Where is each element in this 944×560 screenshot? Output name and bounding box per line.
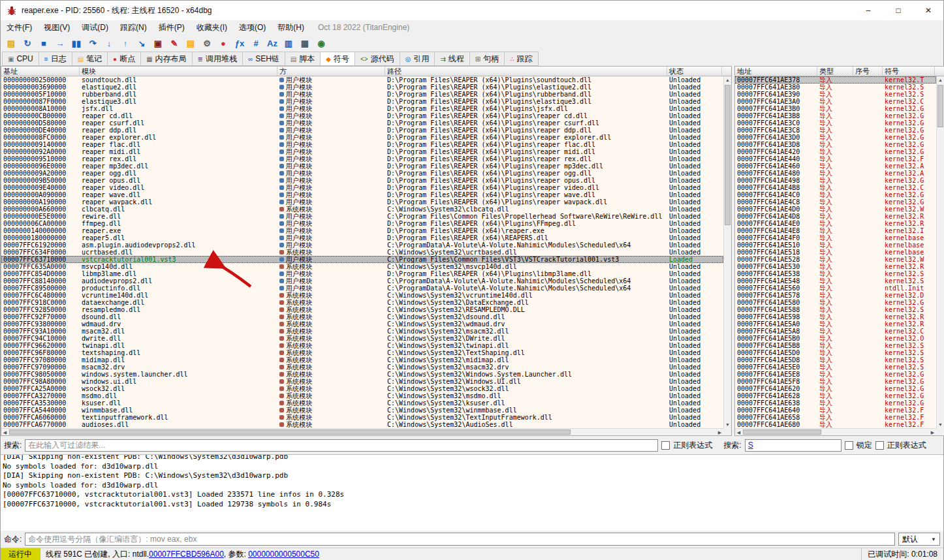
symbol-row[interactable]: 00007FFC641AE4F0导入kernelbase — [735, 234, 936, 241]
module-filter-input[interactable] — [25, 439, 658, 452]
module-row[interactable]: 00007FFCA5440000winmmbase.dll系统模块C:\Wind… — [1, 407, 723, 414]
module-row[interactable]: 00007FFC634F0000ucrtbased.dll系统模块C:\Wind… — [1, 249, 723, 256]
symbol-row[interactable]: 00007FFC641AE4E8导入kernel32.I — [735, 227, 936, 234]
module-row[interactable]: 0000000009E40000reaper_video.dll用户模块D:\P… — [1, 184, 723, 191]
symbol-row[interactable]: 00007FFC641AE3B8导入kernel32.G — [735, 112, 936, 119]
symbol-row[interactable]: 00007FFC641AE560导入ntdll.Init — [735, 285, 936, 292]
module-row[interactable]: 00007FFC89500000productinfo.dll用户模块C:\Pr… — [1, 285, 723, 292]
symbol-row[interactable]: 00007FFC641AE620导入kernel32.G — [735, 385, 936, 392]
module-row[interactable]: 00000000096E0000reaper_mp3dec.dll用户模块D:\… — [1, 163, 723, 170]
animate-icon[interactable]: ▣ — [150, 36, 166, 50]
module-row[interactable]: 000000000A190000reaper_wavpack.dll用户模块D:… — [1, 198, 723, 206]
open-file-icon[interactable]: ▤ — [3, 36, 19, 50]
symbol-row[interactable]: 00007FFC641AE3C0导入kernel32.G — [735, 119, 936, 127]
maximize-button[interactable]: □ — [883, 1, 913, 20]
symbols-column-header[interactable]: 类型 — [817, 67, 853, 76]
symbol-row[interactable]: 00007FFC641AE5B8导入kernel32.S — [735, 342, 936, 349]
symbol-row[interactable]: 00007FFC641AE4C8导入kernel32.G — [735, 198, 936, 206]
modules-vscroll-thumb[interactable] — [725, 85, 731, 225]
symbol-row[interactable]: 00007FFC641AE658导入kernel32.F — [735, 414, 936, 421]
module-row[interactable]: 00007FFC97080000midimap.dll系统模块C:\Window… — [1, 356, 723, 364]
module-row[interactable]: 00007FFC63710000vstcracktutorial001.vst3… — [1, 256, 723, 263]
module-row[interactable]: 00007FFC93A10000msacm32.dll系统模块C:\Window… — [1, 328, 723, 335]
module-row[interactable]: 00007FFC854D0000libmp3lame.dll用户模块D:\Pro… — [1, 270, 723, 277]
tab-handles[interactable]: ⊞句柄 — [469, 52, 505, 66]
symbol-row[interactable]: 00007FFC641AE528导入kernel32.W — [735, 256, 936, 263]
module-row[interactable]: 0000000003690000elastique2.dll用户模块D:\Pro… — [1, 84, 723, 91]
module-row[interactable]: 00007FFCA25A0000wsock32.dll系统模块C:\Window… — [1, 385, 723, 392]
module-row[interactable]: 00007FFC88140000audiodevprops2.dll用户模块C:… — [1, 277, 723, 285]
module-row[interactable]: 0000000009510000reaper_rex.dll用户模块D:\Pro… — [1, 155, 723, 163]
menu-item[interactable]: 插件(P) — [153, 20, 191, 35]
command-input[interactable] — [25, 533, 895, 546]
module-row[interactable]: 00000000087F0000elastique3.dll用户模块D:\Pro… — [1, 98, 723, 105]
module-row[interactable]: 0000000002500000soundtouch.dll用户模块D:\Pro… — [1, 76, 723, 84]
status-entry-address[interactable]: 00007FFCBD596A00 — [149, 550, 224, 559]
module-row[interactable]: 000000000D580000reaper_csurf.dll用户模块D:\P… — [1, 119, 723, 127]
tab-call-stack[interactable]: ≣调用堆栈 — [192, 52, 243, 66]
patch-icon[interactable]: ✎ — [166, 36, 182, 50]
scroll-right-icon[interactable]: ▶ — [929, 429, 936, 436]
menu-item[interactable]: 视图(V) — [38, 20, 76, 35]
module-row[interactable]: 0000000009B50000reaper_opus.dll用户模块D:\Pr… — [1, 177, 723, 184]
symbol-row[interactable]: 00007FFC641AE538导入kernel32.S — [735, 270, 936, 277]
tab-references[interactable]: ◎引用 — [400, 52, 435, 66]
menu-item[interactable]: 帮助(H) — [272, 20, 310, 35]
step-over-icon[interactable]: ↷ — [85, 36, 101, 50]
symbol-row[interactable]: 00007FFC641AE588导入kernel32.S — [735, 306, 936, 313]
symbols-column-header[interactable]: 符号 — [883, 67, 935, 76]
module-row[interactable]: 0000000009A20000reaper_ogg.dll用户模块D:\Pro… — [1, 170, 723, 177]
module-row[interactable]: 00007FFCA3530000ksuser.dll系统模块C:\Windows… — [1, 399, 723, 407]
module-row[interactable]: 000000000A090000reaper_wave.dll用户模块D:\Pr… — [1, 191, 723, 198]
hash-icon[interactable]: # — [248, 36, 264, 50]
module-row[interactable]: 0000000008A10000jsfx.dll用户模块D:\Program F… — [1, 105, 723, 112]
breakpoint-icon[interactable]: ● — [215, 36, 231, 50]
symbol-filter-input[interactable] — [745, 439, 842, 452]
tab-memory-map[interactable]: ▦内存布局 — [140, 52, 192, 66]
symbol-row[interactable]: 00007FFC641AE4D8导入kernel32.R — [735, 213, 936, 220]
module-row[interactable]: 000000000E5E0000rewire.dll用户模块C:\Program… — [1, 213, 723, 220]
run-to-user-code-icon[interactable]: ↘ — [134, 36, 149, 50]
module-row[interactable]: 0000000180000000reaper5.dll用户模块D:\Progra… — [1, 234, 723, 241]
tab-notes[interactable]: ▤笔记 — [72, 52, 108, 66]
symbol-row[interactable]: 00007FFC641AE640导入kernel32.F — [735, 407, 936, 414]
settings-icon[interactable]: ⚙ — [199, 36, 215, 50]
symbol-row[interactable]: 00007FFC641AE578导入kernel32.D — [735, 292, 936, 299]
symbols-hscrollbar[interactable]: ◀ ▶ — [735, 428, 936, 435]
module-row[interactable]: 00007FFC94C10000dwrite.dll系统模块C:\Windows… — [1, 335, 723, 342]
modules-hscrollbar[interactable]: ◀ ▶ — [1, 428, 723, 435]
symbol-row[interactable]: 00007FFC641AE4C0导入kernel32.G — [735, 191, 936, 198]
scroll-left-icon[interactable]: ◀ — [1, 429, 8, 436]
symbol-row[interactable]: 00007FFC641AE598导入kernel32.R — [735, 313, 936, 320]
tab-breakpoints[interactable]: ●断点 — [107, 52, 141, 66]
module-row[interactable]: 00007FFC6C480000vcruntime140d.dll系统模块C:\… — [1, 292, 723, 299]
run-icon[interactable]: → — [52, 36, 68, 50]
tab-log[interactable]: ≡日志 — [39, 52, 72, 66]
symbol-row[interactable]: 00007FFC641AE4B8导入kernel32.C — [735, 184, 936, 191]
module-regex-checkbox[interactable] — [661, 441, 670, 450]
module-row[interactable]: 0000000140000000reaper.exe用户模块D:\Program… — [1, 227, 723, 234]
module-row[interactable]: 00000000092A0000reaper_midi.dll用户模块D:\Pr… — [1, 148, 723, 155]
symbol-row[interactable]: 00007FFC641AE5B0导入kernel32.O — [735, 335, 936, 342]
symbols-vscroll-thumb[interactable] — [937, 85, 943, 127]
symbol-row[interactable]: 00007FFC641AE5A8导入kernel32.C — [735, 328, 936, 335]
symbol-row[interactable]: 00007FFC641AE3B0导入kernel32.G — [735, 105, 936, 112]
stop-icon[interactable]: ■ — [36, 36, 52, 50]
tab-script[interactable]: ▤脚本 — [285, 52, 321, 66]
modules-column-header[interactable]: 路径 — [385, 67, 667, 76]
module-row[interactable]: 00007FFCA6770000audioses.dll系统模块C:\Windo… — [1, 421, 723, 428]
menu-item[interactable]: 跟踪(N) — [114, 20, 153, 35]
module-row[interactable]: 00007FFC96620000twinapi.dll系统模块C:\Window… — [1, 342, 723, 349]
module-row[interactable]: 0000000008FC0000reaper_explorer.dll用户模块D… — [1, 134, 723, 141]
symbol-row[interactable]: 00007FFC641AE5A0导入kernel32.R — [735, 320, 936, 328]
modules-vscrollbar[interactable]: ▲ ▼ — [723, 76, 731, 428]
graph-icon[interactable]: ▥ — [281, 36, 296, 50]
symbol-row[interactable]: 00007FFC641AE440导入kernel32.F — [735, 155, 936, 163]
symbol-regex-checkbox[interactable] — [875, 441, 884, 450]
tab-seh[interactable]: ∞SEH链 — [242, 52, 285, 66]
close-button[interactable]: ✕ — [913, 1, 943, 20]
symbol-row[interactable]: 00007FFC641AE518导入kernelbase — [735, 249, 936, 256]
symbol-row[interactable]: 00007FFC641AE510导入kernelbase — [735, 241, 936, 249]
module-row[interactable]: 000000006CA00000ffmpeg.dll用户模块D:\Program… — [1, 220, 723, 227]
symbol-row[interactable]: 00007FFC641AE5F8导入kernel32.G — [735, 378, 936, 385]
